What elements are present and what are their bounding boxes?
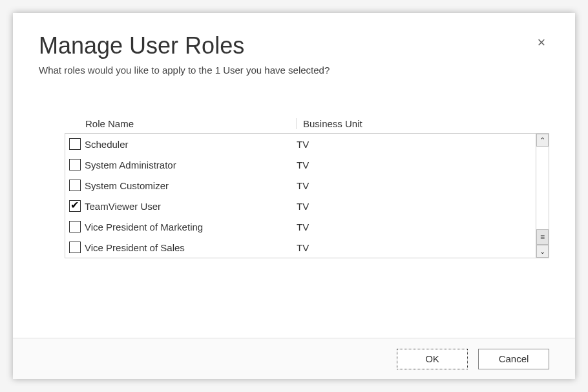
- scroll-thumb[interactable]: ≡: [536, 229, 549, 245]
- table-row[interactable]: System CustomizerTV: [65, 175, 549, 196]
- role-name-cell: TeamViewer User: [83, 201, 297, 212]
- role-name-cell: System Administrator: [83, 160, 297, 170]
- role-name-cell: System Customizer: [83, 180, 297, 191]
- table-row[interactable]: TeamViewer UserTV: [65, 196, 549, 216]
- table-body-wrap: SchedulerTVSystem AdministratorTVSystem …: [65, 134, 549, 258]
- close-button[interactable]: ×: [534, 35, 549, 50]
- role-checkbox[interactable]: [69, 242, 81, 253]
- business-unit-cell: TV: [297, 180, 549, 191]
- column-business-unit[interactable]: Business Unit: [296, 118, 549, 129]
- grip-icon: ≡: [540, 232, 545, 242]
- dialog-header: Manage User Roles × What roles would you…: [39, 32, 549, 76]
- scroll-track[interactable]: ≡: [536, 147, 549, 245]
- business-unit-cell: TV: [297, 201, 549, 212]
- scroll-down-button[interactable]: ⌄: [536, 245, 549, 258]
- dialog-subtitle: What roles would you like to apply to th…: [39, 65, 549, 76]
- table-row[interactable]: System AdministratorTV: [65, 154, 549, 175]
- business-unit-cell: TV: [297, 139, 549, 150]
- roles-table: Role Name Business Unit SchedulerTVSyste…: [65, 114, 549, 258]
- cancel-button[interactable]: Cancel: [478, 349, 549, 369]
- table-row[interactable]: Vice President of MarketingTV: [65, 216, 549, 237]
- role-checkbox[interactable]: [69, 221, 81, 232]
- table-body: SchedulerTVSystem AdministratorTVSystem …: [65, 134, 549, 258]
- role-checkbox[interactable]: [69, 180, 81, 191]
- dialog-title: Manage User Roles: [39, 32, 549, 59]
- chevron-up-icon: ⌃: [540, 137, 545, 144]
- business-unit-cell: TV: [297, 242, 549, 253]
- role-name-cell: Vice President of Marketing: [83, 222, 297, 232]
- manage-user-roles-dialog: Manage User Roles × What roles would you…: [13, 13, 575, 379]
- scroll-up-button[interactable]: ⌃: [536, 134, 549, 147]
- business-unit-cell: TV: [297, 160, 549, 170]
- role-checkbox[interactable]: [69, 200, 81, 212]
- role-checkbox[interactable]: [69, 159, 81, 170]
- ok-button[interactable]: OK: [397, 349, 468, 369]
- dialog-footer: OK Cancel: [13, 338, 575, 379]
- role-name-cell: Scheduler: [83, 139, 297, 150]
- chevron-down-icon: ⌄: [540, 248, 545, 255]
- role-name-cell: Vice President of Sales: [83, 242, 297, 253]
- role-checkbox[interactable]: [69, 138, 81, 150]
- business-unit-cell: TV: [297, 222, 549, 232]
- table-row[interactable]: Vice President of SalesTV: [65, 237, 549, 258]
- vertical-scrollbar[interactable]: ⌃ ≡ ⌄: [536, 134, 549, 258]
- column-role-name[interactable]: Role Name: [83, 118, 296, 129]
- table-row[interactable]: SchedulerTV: [65, 134, 549, 154]
- table-header: Role Name Business Unit: [65, 114, 549, 134]
